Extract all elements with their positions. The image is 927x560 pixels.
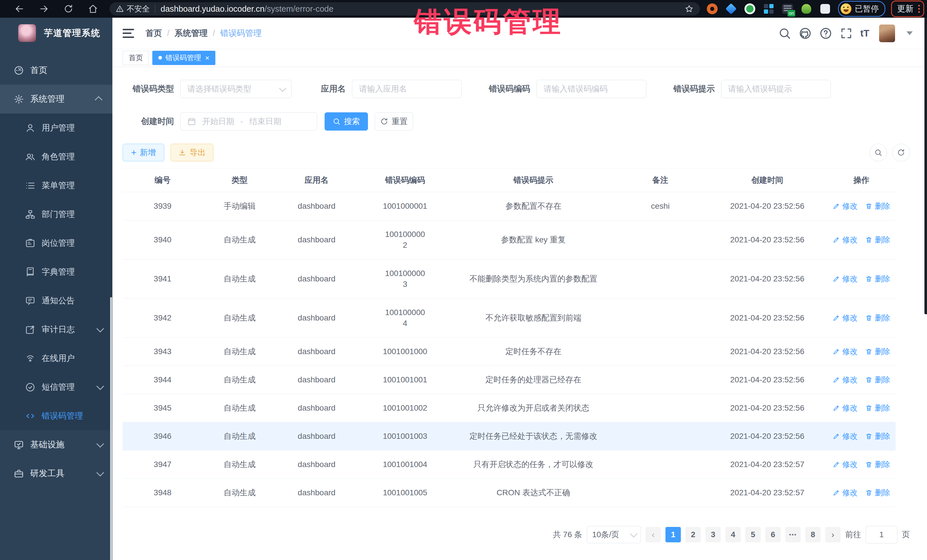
table-row[interactable]: 3948 自动生成 dashboard 1001001005 CRON 表达式不… [123,479,896,507]
sidebar-item-用户管理[interactable]: 用户管理 [0,114,112,142]
edit-link[interactable]: 修改 [833,487,858,498]
user-avatar[interactable] [879,24,895,42]
delete-link[interactable]: 删除 [865,313,890,323]
refresh-table-button[interactable] [892,144,910,161]
back-icon[interactable] [11,4,27,14]
page-button-8[interactable]: 8 [805,527,821,542]
profile-paused-badge[interactable]: 已暂停 [838,1,885,17]
delete-link[interactable]: 删除 [865,273,890,284]
delete-link[interactable]: 删除 [865,201,890,212]
home-icon[interactable] [85,4,101,14]
page-button-3[interactable]: 3 [705,527,721,542]
table-row[interactable]: 3940 自动生成 dashboard 100100000 2 参数配置 key… [123,220,896,260]
sidebar-item-错误码管理[interactable]: 错误码管理 [0,401,112,430]
close-tab-icon[interactable]: × [205,54,209,62]
breadcrumb-system[interactable]: 系统管理 [175,28,208,39]
tab-error-code[interactable]: 错误码管理 × [152,51,215,65]
next-page-button[interactable]: › [825,527,840,542]
show-search-toggle-button[interactable] [869,144,887,161]
edit-link[interactable]: 修改 [833,346,858,357]
reset-button[interactable]: 重置 [375,112,413,131]
edit-link[interactable]: 修改 [833,374,858,385]
edit-link[interactable]: 修改 [833,313,858,323]
sidebar-item-在线用户[interactable]: 在线用户 [0,344,112,373]
table-row[interactable]: 3945 自动生成 dashboard 1001001002 只允许修改为开启或… [123,394,896,422]
sidebar-item-角色管理[interactable]: 角色管理 [0,142,112,171]
extension-puzzle-icon[interactable] [819,2,832,15]
delete-link[interactable]: 删除 [865,346,890,357]
edit-link[interactable]: 修改 [833,201,858,212]
delete-link[interactable]: 删除 [865,234,890,245]
table-row[interactable]: 3943 自动生成 dashboard 1001001000 定时任务不存在 2… [123,338,896,366]
tab-home[interactable]: 首页 [123,51,149,65]
sidebar-item-系统管理[interactable]: 系统管理 [0,85,112,114]
fullscreen-icon[interactable] [840,27,853,40]
address-bar[interactable]: 不安全 dashboard.yudao.iocoder.cn /system/e… [109,2,700,15]
sidebar-item-部门管理[interactable]: 部门管理 [0,200,112,229]
sidebar-item-首页[interactable]: 首页 [0,56,112,85]
page-button-6[interactable]: 6 [765,527,781,542]
date-range-picker[interactable]: 开始日期 - 结束日期 [180,112,317,131]
help-icon[interactable] [819,27,832,40]
collapse-sidebar-icon[interactable] [123,29,134,38]
edit-link[interactable]: 修改 [833,273,858,284]
edit-link[interactable]: 修改 [833,459,858,470]
prev-page-button[interactable]: ‹ [646,527,661,542]
error-code-input[interactable]: 请输入错误码编码 [536,80,646,98]
table-row[interactable]: 3942 自动生成 dashboard 100100000 4 不允许获取敏感配… [123,299,896,338]
table-row[interactable]: 3947 自动生成 dashboard 1001001004 只有开启状态的任务… [123,451,896,479]
sidebar-item-字典管理[interactable]: 字典管理 [0,258,112,286]
delete-link[interactable]: 删除 [865,459,890,470]
export-button[interactable]: 导出 [170,144,213,161]
browser-menu-icon[interactable] [918,5,920,13]
extension-orange-icon[interactable] [706,2,719,15]
edit-link[interactable]: 修改 [833,234,858,245]
page-button-2[interactable]: 2 [685,527,701,542]
sidebar-scrollbar[interactable] [110,297,112,560]
bookmark-star-icon[interactable] [685,4,694,14]
app-logo[interactable]: 芋道管理系统 [0,18,112,49]
goto-page-input[interactable] [866,526,897,543]
user-menu-caret-icon[interactable] [906,31,913,35]
error-msg-input[interactable]: 请输入错误码提示 [721,80,831,98]
app-name-input[interactable]: 请输入应用名 [352,80,462,98]
extension-grid-icon[interactable] [762,2,775,15]
window-scrollbar[interactable] [924,18,927,314]
table-row[interactable]: 3941 自动生成 dashboard 100100000 3 不能删除类型为系… [123,260,896,299]
sidebar-item-岗位管理[interactable]: 岗位管理 [0,229,112,258]
github-icon[interactable] [799,27,812,40]
error-type-select[interactable]: 请选择错误码类型 [180,80,292,98]
sidebar-item-菜单管理[interactable]: 菜单管理 [0,171,112,200]
extension-key-icon[interactable] [800,2,813,15]
reload-icon[interactable] [61,4,76,14]
delete-link[interactable]: 删除 [865,374,890,385]
page-button-5[interactable]: 5 [745,527,761,542]
page-button-4[interactable]: 4 [725,527,741,542]
font-size-icon[interactable]: tT [860,28,869,39]
more-pages-icon[interactable]: ••• [785,527,801,542]
table-row[interactable]: 3939 手动编辑 dashboard 1001000001 参数配置不存在 c… [123,192,896,220]
sidebar-item-通知公告[interactable]: 通知公告 [0,286,112,315]
delete-link[interactable]: 删除 [865,487,890,498]
table-row[interactable]: 3946 自动生成 dashboard 1001001003 定时任务已经处于该… [123,422,896,451]
sidebar-item-短信管理[interactable]: 短信管理 [0,373,112,401]
delete-link[interactable]: 删除 [865,403,890,413]
page-size-select[interactable]: 10条/页 [587,526,641,543]
forward-icon[interactable] [36,4,52,14]
delete-link[interactable]: 删除 [865,431,890,442]
extension-green-circle-icon[interactable] [743,2,757,15]
search-icon[interactable] [778,27,791,40]
add-button[interactable]: + 新增 [123,144,164,161]
sidebar-item-审计日志[interactable]: 审计日志 [0,315,112,344]
edit-link[interactable]: 修改 [833,431,858,442]
search-button[interactable]: 搜索 [325,112,368,131]
browser-update-button[interactable]: 更新 [891,1,924,17]
breadcrumb-home[interactable]: 首页 [146,28,162,39]
page-button-active[interactable]: 1 [666,527,681,542]
sidebar-item-基础设施[interactable]: 基础设施 [0,430,112,459]
table-row[interactable]: 3944 自动生成 dashboard 1001001001 定时任务的处理器已… [123,366,896,394]
extension-list-on-icon[interactable]: on [781,2,794,15]
sidebar-item-研发工具[interactable]: 研发工具 [0,459,112,488]
edit-link[interactable]: 修改 [833,403,858,413]
extension-gem-icon[interactable] [725,2,738,15]
